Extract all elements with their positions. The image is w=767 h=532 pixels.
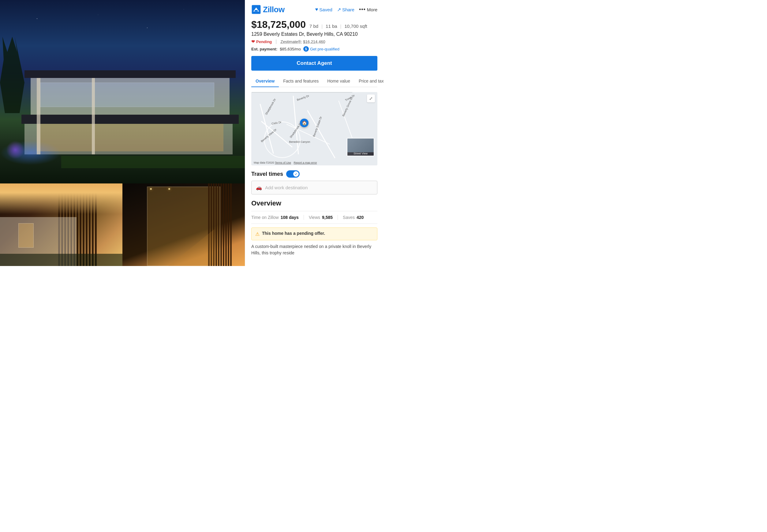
overview-title: Overview — [251, 199, 377, 207]
toggle-check-icon: ✓ — [295, 172, 297, 176]
prequalified-icon: $ — [303, 46, 309, 52]
bottom-photo-left[interactable] — [0, 183, 122, 266]
est-payment-value: $85,635/mo — [280, 47, 301, 51]
prequalified-label: Get pre-qualified — [310, 47, 339, 51]
listing-price: $18,725,000 — [251, 19, 306, 30]
pending-offer-box: ⚠ This home has a pending offer. — [251, 227, 377, 240]
pending-badge: ❤ Pending — [251, 39, 272, 44]
saved-button[interactable]: ♥ Saved — [315, 7, 332, 12]
stat-saves: Saves 420 — [338, 215, 369, 220]
map-footer: Map data ©2020 Terms of Use Report a map… — [254, 161, 319, 164]
pending-offer-text: This home has a pending offer. — [262, 231, 325, 236]
work-destination-placeholder: Add work destination — [265, 185, 308, 190]
share-label: Share — [342, 7, 354, 12]
share-button[interactable]: ↗ Share — [337, 7, 354, 13]
travel-times-header: Travel times ✓ — [251, 170, 377, 178]
header-actions: ♥ Saved ↗ Share ••• More — [315, 6, 377, 13]
zestimate-label: Zestimate®: — [280, 39, 302, 44]
work-destination-input[interactable]: 🚗 Add work destination — [251, 181, 377, 194]
travel-times-title: Travel times — [251, 171, 283, 177]
map-container[interactable]: Shadybrook Dr Beverly Dr Cielo Dr Beverl… — [251, 92, 377, 165]
status-row: ❤ Pending | Zestimate®: $16,214,460 — [251, 39, 377, 44]
map-report[interactable]: Report a map error — [294, 161, 317, 164]
photo-section — [0, 0, 245, 266]
more-button[interactable]: ••• More — [359, 6, 377, 13]
time-on-zillow-value: 108 days — [281, 215, 299, 220]
detail-section: Zillow ♥ Saved ↗ Share ••• More $18,725,… — [245, 0, 384, 266]
toggle-knob: ✓ — [293, 171, 299, 177]
price-details: 7 bd | 11 ba | 10,700 sqft — [309, 24, 367, 29]
sep1: | — [321, 24, 323, 29]
zestimate-value: $16,214,460 — [303, 39, 325, 44]
car-icon: 🚗 — [256, 185, 262, 190]
listing-tabs: Overview Facts and features Home value P… — [251, 76, 377, 87]
listing-description: A custom-built masterpiece nestled on a … — [251, 243, 377, 256]
zillow-logo-text: Zillow — [263, 5, 285, 14]
more-label: More — [367, 7, 377, 12]
zillow-header: Zillow ♥ Saved ↗ Share ••• More — [251, 5, 377, 14]
zillow-logo-icon — [251, 5, 261, 14]
zillow-logo: Zillow — [251, 5, 285, 14]
beds: 7 bd — [309, 24, 318, 29]
contact-agent-button[interactable]: Contact Agent — [251, 56, 377, 71]
stat-time-on-zillow: Time on Zillow 108 days — [251, 215, 304, 220]
main-photo[interactable] — [0, 0, 245, 183]
pending-heart-icon: ❤ — [251, 39, 255, 44]
views-label: Views — [309, 215, 320, 220]
map-label-benedict: Benedict Canyon — [289, 140, 310, 143]
share-icon: ↗ — [337, 7, 341, 13]
more-dots-icon: ••• — [359, 6, 366, 13]
prequalified-link[interactable]: $ Get pre-qualified — [303, 46, 339, 52]
listing-status: Pending — [256, 39, 272, 44]
map-data: Map data ©2020 — [254, 161, 274, 164]
saved-label: Saved — [319, 7, 332, 12]
stats-row: Time on Zillow 108 days Views 9,585 Save… — [251, 211, 377, 224]
tab-price-history[interactable]: Price and tax hist — [354, 76, 384, 87]
sqft: 10,700 sqft — [345, 24, 367, 29]
est-payment-label: Est. payment: — [251, 47, 277, 51]
bottom-photo-right[interactable] — [122, 183, 245, 266]
views-value: 9,585 — [322, 215, 333, 220]
overview-section: Overview Time on Zillow 108 days Views 9… — [251, 199, 377, 256]
payment-row: Est. payment: $85,635/mo $ Get pre-quali… — [251, 46, 377, 52]
svg-rect-2 — [255, 10, 258, 12]
travel-times-toggle[interactable]: ✓ — [286, 170, 300, 178]
stat-views: Views 9,585 — [304, 215, 338, 220]
saves-label: Saves — [343, 215, 355, 220]
street-view-thumbnail[interactable]: Street View — [347, 138, 374, 156]
tab-home-value[interactable]: Home value — [323, 76, 354, 87]
travel-times-section: Travel times ✓ 🚗 Add work destination — [251, 170, 377, 194]
baths: 11 ba — [326, 24, 337, 29]
map-pin: 🏠 — [300, 119, 309, 127]
tab-overview[interactable]: Overview — [251, 76, 279, 87]
price-section: $18,725,000 7 bd | 11 ba | 10,700 sqft 1… — [251, 19, 377, 52]
heart-icon: ♥ — [315, 7, 318, 12]
tab-facts[interactable]: Facts and features — [279, 76, 323, 87]
warning-icon: ⚠ — [255, 231, 260, 237]
price-main: $18,725,000 7 bd | 11 ba | 10,700 sqft — [251, 19, 377, 30]
map-expand-button[interactable]: ⤢ — [367, 94, 375, 102]
listing-address: 1259 Beverly Estates Dr, Beverly Hills, … — [251, 31, 377, 37]
map-terms[interactable]: Terms of Use — [275, 161, 291, 164]
sep2: | — [340, 24, 342, 29]
zestimate: Zestimate®: $16,214,460 — [280, 39, 325, 44]
bottom-photos — [0, 183, 245, 266]
time-on-zillow-label: Time on Zillow — [251, 215, 279, 220]
saves-value: 420 — [357, 215, 364, 220]
